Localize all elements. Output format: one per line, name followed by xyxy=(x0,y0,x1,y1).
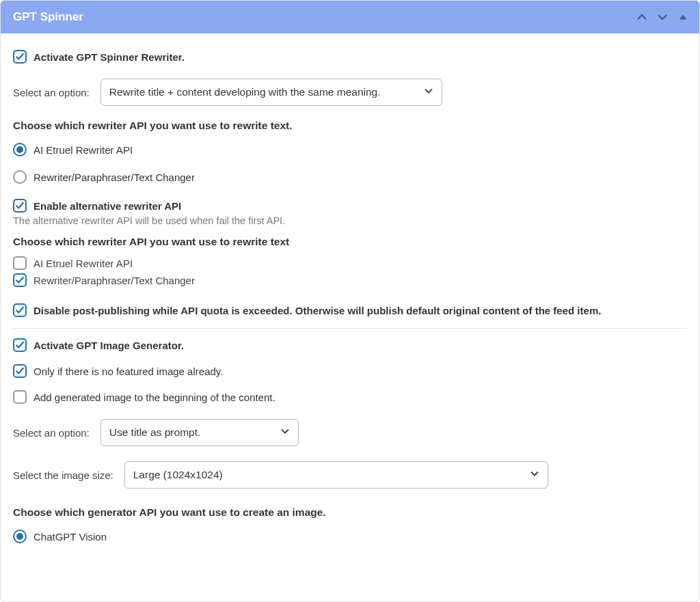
panel-header-controls xyxy=(636,12,688,23)
image-size-selected-text: Large (1024x1024) xyxy=(133,469,223,481)
api-radio-paraphraser-label: Rewriter/Paraphraser/Text Changer xyxy=(33,172,195,183)
add-to-beginning-checkbox[interactable] xyxy=(13,390,27,404)
alt-api-description: The alternative rewriter API will be use… xyxy=(13,215,687,226)
api-radio-ai-etruel-label: AI Etruel Rewriter API xyxy=(33,144,133,156)
rewrite-mode-selected-text: Rewrite title + content developing with … xyxy=(109,86,381,98)
add-to-beginning-label: Add generated image to the beginning of … xyxy=(33,392,275,403)
disable-publish-checkbox[interactable] xyxy=(13,303,27,317)
api-radio-ai-etruel[interactable] xyxy=(13,143,27,156)
image-size-select[interactable]: Large (1024x1024) xyxy=(124,461,548,489)
activate-image-generator-checkbox[interactable] xyxy=(13,338,27,352)
move-up-icon[interactable] xyxy=(636,12,647,23)
image-prompt-select[interactable]: Use title as prompt. xyxy=(100,419,299,446)
choose-rewriter-api-heading: Choose which rewriter API you want use t… xyxy=(13,120,687,132)
activate-rewriter-label: Activate GPT Spinner Rewriter. xyxy=(33,51,185,63)
select-option-label-2: Select an option: xyxy=(13,427,90,439)
alt-api-check-ai-etruel[interactable] xyxy=(13,256,27,270)
choose-generator-api-heading: Choose which generator API you want use … xyxy=(13,506,687,519)
activate-rewriter-checkbox[interactable] xyxy=(13,50,27,64)
select-option-label-1: Select an option: xyxy=(13,87,90,98)
alt-api-check-paraphraser-label: Rewriter/Paraphraser/Text Changer xyxy=(33,275,195,286)
activate-image-generator-label: Activate GPT Image Generator. xyxy=(33,340,184,351)
move-down-icon[interactable] xyxy=(657,12,668,23)
chevron-down-icon xyxy=(280,426,290,439)
section-divider xyxy=(13,328,687,329)
svg-marker-0 xyxy=(679,15,687,20)
alt-api-check-paraphraser[interactable] xyxy=(13,273,27,287)
gpt-spinner-panel: GPT Spinner Activate GPT Spinner Rewrite… xyxy=(0,0,700,602)
panel-header: GPT Spinner xyxy=(1,1,699,33)
image-prompt-selected-text: Use title as prompt. xyxy=(109,426,201,439)
select-image-size-label: Select the image size: xyxy=(13,469,113,481)
generator-api-radio-chatgpt-vision-label: ChatGPT Vision xyxy=(33,531,107,543)
enable-alt-api-label: Enable alternative rewriter API xyxy=(33,200,181,212)
collapse-toggle-icon[interactable] xyxy=(677,12,688,23)
only-if-no-featured-label: Only if there is no featured image alrea… xyxy=(33,366,223,377)
chevron-down-icon xyxy=(424,86,433,98)
panel-body: Activate GPT Spinner Rewriter. Select an… xyxy=(1,33,699,566)
alt-api-check-ai-etruel-label: AI Etruel Rewriter API xyxy=(33,258,133,269)
panel-title: GPT Spinner xyxy=(13,10,83,24)
generator-api-radio-chatgpt-vision[interactable] xyxy=(13,530,27,543)
rewrite-mode-select[interactable]: Rewrite title + content developing with … xyxy=(100,79,442,106)
only-if-no-featured-checkbox[interactable] xyxy=(13,364,27,378)
chevron-down-icon xyxy=(530,469,539,481)
choose-alt-api-heading: Choose which rewriter API you want use t… xyxy=(13,236,687,248)
disable-publish-label: Disable post-publishing while API quota … xyxy=(33,305,601,316)
api-radio-paraphraser[interactable] xyxy=(13,170,27,184)
enable-alt-api-checkbox[interactable] xyxy=(13,199,27,213)
